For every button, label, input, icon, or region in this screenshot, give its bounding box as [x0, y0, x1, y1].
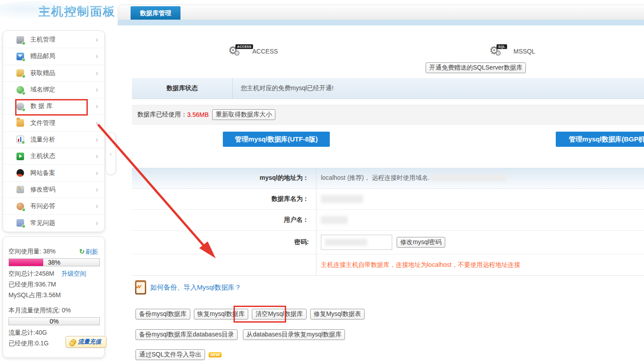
database-icon [16, 103, 24, 110]
db-status-message: 您主机对应的免费mysql已经开通! [233, 78, 644, 99]
connection-note: 主机连接主机自带数据库，连接地址为localhost，不要使用远程地址连接 [316, 254, 644, 275]
globe-icon [16, 86, 24, 94]
mail-icon [16, 53, 24, 60]
note-empty-label [132, 254, 316, 275]
db-usage-value: 3.56MB [187, 111, 209, 118]
traffic-recharge-button[interactable]: 流量充值 [66, 336, 107, 348]
space-total: 空间总计:2458M [8, 270, 54, 277]
dbname-label: 数据库名为： [132, 189, 316, 209]
address-value: localhost (推荐)， 远程连接时使用域名. [316, 168, 644, 188]
sidebar-item-qa[interactable]: 有问必答 › [3, 198, 104, 215]
chevron-right-icon: › [96, 86, 98, 94]
traffic-used-line: 已经使用:0.1G 流量充值 [8, 340, 98, 348]
db-type-access: ⚙ ⚙ ACCESS ACCESS [228, 44, 278, 59]
open-free-sqlserver-button[interactable]: 开通免费赠送的SQLServer数据库 [426, 62, 526, 73]
traffic-progress-text: 0% [9, 318, 99, 325]
app-title-reflection: 主机控制面板 [38, 5, 116, 16]
sidebar-item-database[interactable]: 数 据 库 › [3, 98, 104, 115]
table-row-username: 用户名： [132, 210, 644, 231]
password-value: 修改mysql密码 [316, 231, 644, 254]
refresh-icon: ↻ [79, 248, 85, 255]
chevron-right-icon: › [96, 136, 98, 144]
folder-icon [16, 119, 24, 127]
password-label: 密码: [132, 231, 316, 254]
mysql-used: MySQL占用:3.56M [8, 291, 98, 299]
access-gears-icon: ⚙ ⚙ ACCESS [228, 44, 246, 58]
redacted-dbname [321, 195, 363, 203]
backup-to-databases-dir-button[interactable]: 备份mysql数据库至databases目录 [135, 329, 238, 340]
table-row-note: 主机连接主机自带数据库，连接地址为localhost，不要使用远程地址连接 [132, 254, 644, 276]
dbname-value [316, 189, 644, 209]
sidebar-collapse-handle[interactable]: ‹ [106, 132, 116, 175]
chevron-right-icon: › [96, 69, 98, 77]
password-input[interactable] [321, 235, 392, 250]
repair-mysql-tables-button[interactable]: 修复Mysql数据表 [310, 309, 365, 320]
sidebar-item-change-password[interactable]: 修改密码 › [3, 182, 104, 198]
redacted-domain [431, 174, 506, 182]
manage-mysql-utf8-button[interactable]: 管理mysql数据库(UTF-8版) [223, 132, 330, 147]
space-usage-progressbar: 38% [8, 258, 100, 266]
app-logo: 主机控制面板 主机控制面板 [0, 0, 116, 28]
db-usage-label: 数据库已经使用： [137, 111, 187, 119]
space-usage-line: 空间使用量: 38% ↻刷新 [8, 248, 98, 256]
refetch-db-size-button[interactable]: 重新取得数据库大小 [212, 109, 275, 120]
manage-mysql-bgp-button[interactable]: 管理mysql数据库(BGP机 [556, 132, 644, 147]
chevron-right-icon: › [96, 169, 98, 177]
chevron-right-icon: › [96, 202, 98, 210]
tab-database-management[interactable]: 数据库管理 [131, 6, 180, 20]
traffic-used: 已经使用:0.1G [8, 340, 49, 347]
space-usage-progress-text: 38% [9, 259, 99, 266]
chart-icon [16, 136, 24, 143]
person-icon [16, 203, 24, 210]
refresh-link[interactable]: ↻刷新 [79, 248, 98, 256]
sidebar-item-faq[interactable]: 常见问题 › [3, 215, 104, 231]
sidebar-item-traffic-analysis[interactable]: 流量分析 › [3, 132, 104, 148]
space-usage-label: 空间使用量: 38% [8, 248, 56, 255]
upgrade-space-link[interactable]: 升级空间 [62, 270, 86, 277]
sql-file-import-export-button[interactable]: 通过SQL文件导入导出 [135, 349, 205, 360]
sidebar-item-gift-mail[interactable]: 赠品邮局 › [3, 48, 104, 65]
sidebar-item-file-management[interactable]: 文件管理 › [3, 115, 104, 131]
sidebar-item-website-icp[interactable]: 网站备案 › [3, 165, 104, 181]
restore-from-databases-dir-button[interactable]: 从databases目录恢复mysql数据库 [243, 329, 345, 340]
backup-help-row: 如何备份、导入Mysql数据库？ [135, 280, 241, 295]
mssql-gears-icon: ⚙ ⚙ SQL [489, 44, 507, 58]
change-mysql-password-button[interactable]: 修改mysql密码 [397, 237, 445, 248]
icp-record-icon [16, 169, 24, 177]
chevron-right-icon: › [96, 219, 98, 227]
play-status-icon [16, 153, 24, 160]
traffic-usage-label: 本月流量使用情况: 0% [8, 307, 98, 315]
db-status-row: 数据库状态 您主机对应的免费mysql已经开通! [132, 78, 644, 99]
chevron-right-icon: › [96, 119, 98, 127]
sidebar-menu: 主机管理 › 赠品邮局 › 获取赠品 › 域名绑定 › 数 据 库 › 文件管理… [3, 30, 105, 232]
sidebar-item-get-gifts[interactable]: 获取赠品 › [3, 65, 104, 82]
empty-mysql-button[interactable]: 清空Mysql数据库 [252, 309, 307, 320]
table-row-password: 密码: 修改mysql密码 [132, 231, 644, 254]
sidebar-stats-panel: 空间使用量: 38% ↻刷新 38% 空间总计:2458M 升级空间 已经使用:… [3, 237, 105, 358]
redacted-password [325, 239, 367, 246]
username-label: 用户名： [132, 210, 316, 230]
backup-mysql-button[interactable]: 备份mysql数据库 [135, 309, 190, 320]
gift-icon [16, 69, 24, 77]
clipboard-checklist-icon [135, 280, 146, 295]
sidebar-item-domain-binding[interactable]: 域名绑定 › [3, 82, 104, 98]
chevron-right-icon: › [96, 186, 98, 194]
space-used: 已经使用:936.7M [8, 281, 98, 289]
db-status-header: 数据库状态 [132, 78, 233, 99]
redacted-username [321, 216, 348, 224]
access-label: ACCESS [252, 48, 278, 55]
how-to-backup-link[interactable]: 如何备份、导入Mysql数据库？ [150, 283, 241, 292]
new-badge: NEW [209, 352, 222, 357]
faq-icon [16, 219, 24, 227]
action-row-2: 备份mysql数据库至databases目录 从databases目录恢复mys… [135, 329, 345, 340]
chevron-right-icon: › [96, 102, 98, 110]
sidebar-item-host-management[interactable]: 主机管理 › [3, 32, 104, 48]
action-row-1: 备份mysql数据库 恢复mysql数据库 清空Mysql数据库 修复Mysql… [135, 309, 365, 320]
table-row-address: mysql的地址为： localhost (推荐)， 远程连接时使用域名. [132, 168, 644, 189]
tabbar-accent-band [118, 20, 644, 25]
db-type-mssql: ⚙ ⚙ SQL MSSQL [489, 44, 535, 59]
restore-mysql-button[interactable]: 恢复mysql数据库 [194, 309, 249, 320]
sidebar-item-host-status[interactable]: 主机状态 › [3, 148, 104, 165]
table-row-dbname: 数据库名为： [132, 189, 644, 210]
address-label: mysql的地址为： [132, 168, 316, 188]
